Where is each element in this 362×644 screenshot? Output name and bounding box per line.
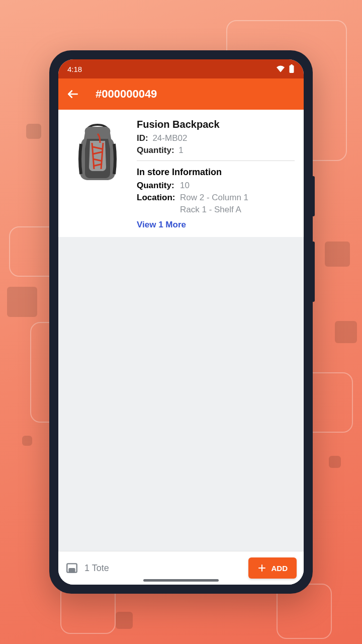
store-loc-line1: Row 2 - Column 1	[180, 193, 248, 203]
status-time: 4:18	[67, 65, 82, 73]
store-section-title: In store Information	[137, 167, 295, 178]
store-qty-row: Quantity: 10	[137, 181, 295, 191]
bg-decor	[7, 287, 37, 317]
view-more-link[interactable]: View 1 More	[137, 220, 295, 230]
product-id-row: ID: 24-MB02	[137, 133, 295, 143]
content-area: Fusion Backpack ID: 24-MB02 Quantity: 1 …	[58, 110, 304, 551]
tote-icon	[65, 561, 78, 575]
home-indicator[interactable]	[143, 579, 219, 582]
product-image	[67, 119, 128, 184]
bg-decor	[26, 124, 41, 139]
plus-icon	[257, 564, 266, 573]
add-button[interactable]: ADD	[248, 557, 297, 579]
tote-text: 1 Tote	[84, 563, 109, 574]
screen: 4:18 #000000049	[58, 59, 304, 585]
product-card: Fusion Backpack ID: 24-MB02 Quantity: 1 …	[58, 110, 304, 237]
backpack-icon	[70, 119, 125, 184]
back-button[interactable]	[65, 87, 80, 102]
svg-rect-0	[290, 65, 294, 73]
svg-rect-5	[69, 569, 75, 573]
arrow-left-icon	[66, 88, 79, 101]
app-bar: #000000049	[58, 78, 304, 110]
phone-side-button	[312, 242, 315, 302]
store-loc-line2: Rack 1 - Shelf A	[180, 205, 295, 215]
product-name: Fusion Backpack	[137, 119, 295, 130]
id-value: 24-MB02	[152, 133, 187, 143]
store-qty-label: Quantity:	[137, 181, 180, 191]
store-loc-row: Location: Row 2 - Column 1	[137, 193, 295, 203]
status-icons	[276, 64, 295, 73]
add-label: ADD	[272, 564, 288, 573]
store-loc-label: Location:	[137, 193, 180, 203]
id-label: ID:	[137, 133, 148, 143]
product-info: Fusion Backpack ID: 24-MB02 Quantity: 1 …	[137, 119, 295, 230]
divider	[137, 160, 295, 161]
bg-decor	[22, 436, 32, 446]
svg-rect-1	[291, 64, 293, 66]
phone-frame: 4:18 #000000049	[49, 50, 313, 594]
phone-side-button	[312, 176, 315, 216]
page-title: #000000049	[96, 88, 157, 101]
tote-area[interactable]: 1 Tote	[65, 561, 109, 575]
bg-decor	[116, 612, 133, 629]
bg-decor	[335, 321, 357, 343]
bg-decor	[329, 456, 341, 468]
wifi-icon	[276, 65, 286, 73]
bg-decor	[325, 242, 350, 267]
qty-value: 1	[178, 145, 183, 155]
product-qty-row: Quantity: 1	[137, 145, 295, 155]
battery-icon	[289, 64, 295, 73]
qty-label: Quantity:	[137, 145, 174, 155]
status-bar: 4:18	[58, 59, 304, 78]
store-qty-value: 10	[180, 181, 190, 191]
